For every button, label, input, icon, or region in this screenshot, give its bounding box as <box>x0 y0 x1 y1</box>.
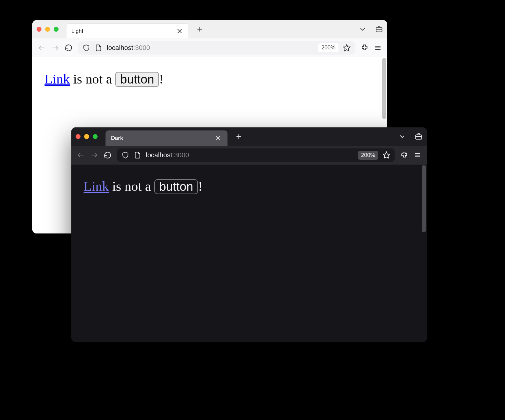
tab-bar: Dark <box>71 127 427 146</box>
example-button[interactable]: button <box>154 179 198 194</box>
minimize-window-button[interactable] <box>84 134 89 139</box>
close-tab-icon[interactable] <box>176 27 184 35</box>
tabbar-right-controls <box>398 133 423 141</box>
svg-rect-16 <box>416 135 422 139</box>
window-controls <box>76 134 98 139</box>
maximize-window-button[interactable] <box>54 27 59 32</box>
zoom-level-badge[interactable]: 200% <box>358 151 378 160</box>
page-content: Link is not a button! <box>71 165 427 342</box>
forward-button[interactable] <box>51 44 59 52</box>
extensions-icon[interactable] <box>400 151 408 159</box>
toolbar: localhost:3000 200% <box>32 38 387 57</box>
close-window-button[interactable] <box>76 134 81 139</box>
content-text: is not a <box>70 72 115 87</box>
url-host: localhost:3000 <box>146 151 189 159</box>
content-text: is not a <box>109 179 154 194</box>
window-controls <box>37 27 59 32</box>
back-button[interactable] <box>38 44 46 52</box>
browser-tab[interactable]: Light <box>66 24 188 38</box>
minimize-window-button[interactable] <box>45 27 50 32</box>
list-all-tabs-icon[interactable] <box>359 25 367 33</box>
tab-title: Dark <box>111 135 123 141</box>
page-info-icon[interactable] <box>134 151 141 159</box>
close-tab-icon[interactable] <box>214 134 222 142</box>
extensions-icon[interactable] <box>360 44 368 52</box>
svg-rect-4 <box>376 28 382 32</box>
svg-marker-8 <box>343 44 350 51</box>
address-bar[interactable]: localhost:3000 200% <box>78 41 355 55</box>
list-all-tabs-icon[interactable] <box>398 133 406 141</box>
close-window-button[interactable] <box>37 27 41 32</box>
bookmark-star-icon[interactable] <box>343 44 351 52</box>
page-info-icon[interactable] <box>95 44 102 52</box>
address-bar[interactable]: localhost:3000 200% <box>117 148 395 162</box>
zoom-level-badge[interactable]: 200% <box>318 43 338 52</box>
bookmark-star-icon[interactable] <box>382 151 390 159</box>
app-menu-icon[interactable] <box>374 44 382 52</box>
account-toolbox-icon[interactable] <box>375 25 383 33</box>
vertical-scrollbar[interactable] <box>422 165 426 232</box>
toolbar: localhost:3000 200% <box>71 146 427 165</box>
tabbar-right-controls <box>359 25 383 33</box>
browser-tab[interactable]: Dark <box>106 130 227 146</box>
content-sentence: Link is not a button! <box>45 72 163 87</box>
svg-marker-20 <box>383 152 390 158</box>
content-trailing: ! <box>159 72 163 87</box>
tab-title: Light <box>71 28 83 34</box>
reload-button[interactable] <box>65 44 73 52</box>
account-toolbox-icon[interactable] <box>415 133 423 141</box>
new-tab-button[interactable] <box>235 133 243 141</box>
url-host: localhost:3000 <box>107 44 150 52</box>
url-port: :3000 <box>172 151 189 159</box>
app-menu-icon[interactable] <box>414 151 421 159</box>
forward-button[interactable] <box>90 151 98 159</box>
shield-icon[interactable] <box>82 44 90 52</box>
content-sentence: Link is not a button! <box>84 179 202 194</box>
browser-window-dark: Dark <box>71 127 427 342</box>
url-port: :3000 <box>133 44 150 52</box>
maximize-window-button[interactable] <box>93 134 98 139</box>
shield-icon[interactable] <box>121 151 129 159</box>
new-tab-button[interactable] <box>196 25 204 33</box>
back-button[interactable] <box>77 151 85 159</box>
example-button[interactable]: button <box>115 72 159 87</box>
reload-button[interactable] <box>104 151 112 159</box>
example-link[interactable]: Link <box>84 179 109 194</box>
tab-bar: Light <box>32 20 387 38</box>
content-trailing: ! <box>198 179 202 194</box>
vertical-scrollbar[interactable] <box>382 58 386 119</box>
example-link[interactable]: Link <box>45 72 70 87</box>
